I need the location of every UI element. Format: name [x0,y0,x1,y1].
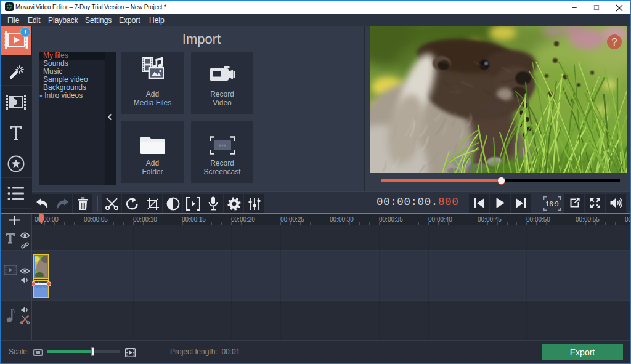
svg-text:?: ? [612,37,617,47]
svg-text:!: ! [24,28,26,36]
svg-text:16:9: 16:9 [545,200,558,208]
